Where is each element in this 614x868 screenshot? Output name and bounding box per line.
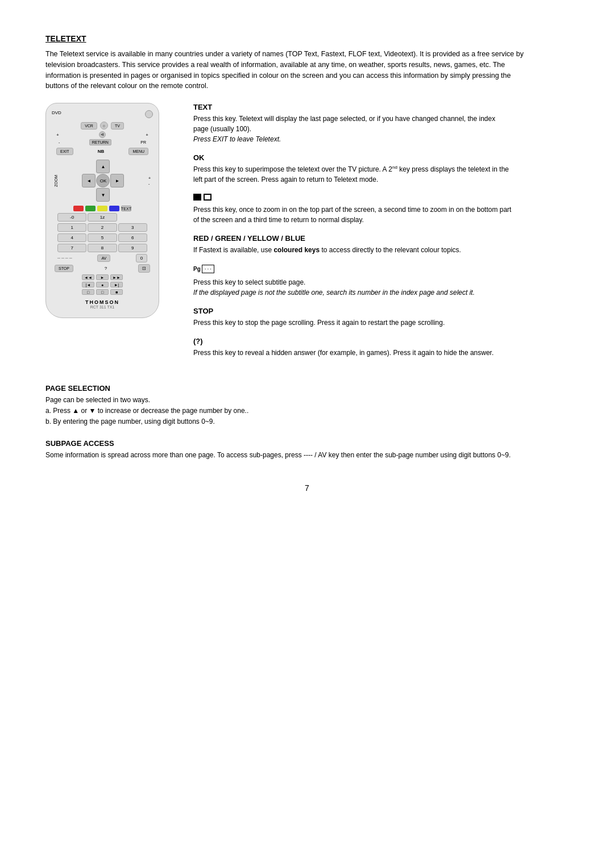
page-number: 7	[45, 483, 569, 493]
stop-section-body: Press this key to stop the page scrollin…	[193, 318, 512, 328]
colors-section-body: If Fastext is available, use coloured ke…	[193, 245, 512, 255]
subtitle-section-body: Press this key to select subtitle page. …	[193, 277, 512, 298]
digit-0[interactable]: 0	[136, 254, 147, 262]
next-button[interactable]: ►|	[110, 282, 123, 287]
ok-section-body: Press this key to superimpose the telete…	[193, 164, 512, 185]
nb-label: NB	[98, 149, 105, 154]
remote-illustration: DVD VCR ○ TV + ⊲ + - RETURN PR EXIT	[45, 103, 176, 367]
menu-button[interactable]: MENU	[128, 148, 148, 155]
prev-button[interactable]: |◄	[82, 282, 94, 287]
page-title: TELETEXT	[45, 34, 569, 43]
btn-c[interactable]: ■	[110, 289, 123, 295]
zoom-left-icon	[193, 194, 201, 201]
btn-a[interactable]: □	[82, 289, 94, 295]
nav-right[interactable]: ►	[110, 174, 124, 187]
stop-button[interactable]: STOP	[55, 265, 73, 272]
page-selection-line2: a. Press ▲ or ▼ to increase or decrease …	[45, 406, 569, 416]
fastfwd-button[interactable]: ►►	[110, 274, 123, 280]
page-selection-section: PAGE SELECTION Page can be selected in t…	[45, 384, 569, 428]
page-selection-line3: b. By entering the page number, using di…	[45, 416, 569, 427]
pr-label: PR	[140, 140, 146, 144]
zoom-section: Press this key, once to zoom in on the t…	[193, 194, 569, 225]
pg-icon: Pg	[193, 266, 201, 272]
text-section-title: TEXT	[193, 103, 569, 111]
zoom-section-title	[193, 194, 569, 202]
btn-b[interactable]: □	[96, 289, 109, 295]
zoom-right-icon	[204, 194, 211, 201]
blue-button[interactable]	[109, 206, 119, 211]
rewind-button[interactable]: ◄◄	[82, 274, 94, 280]
digit-8[interactable]: 8	[88, 244, 117, 252]
zoom-minus[interactable]: -	[148, 182, 151, 186]
subtitle-section: Pg ··· Press this key to select subtitle…	[193, 264, 569, 298]
subtitle-section-title: Pg ···	[193, 264, 569, 275]
question-section: (?) Press this key to reveal a hidden an…	[193, 337, 569, 358]
tv-button[interactable]: TV	[111, 122, 124, 130]
text-section-body: Press this key. Teletext will display th…	[193, 114, 512, 144]
digit-5[interactable]: 5	[88, 233, 117, 242]
green-button[interactable]	[85, 206, 96, 211]
rec-button[interactable]: ●	[96, 282, 109, 287]
digit-1[interactable]: 1	[57, 223, 86, 232]
colors-section-title: RED / GREEN / YELLOW / BLUE	[193, 234, 569, 243]
remote-model: RCT 311 TX1	[52, 305, 153, 309]
page-selection-title: PAGE SELECTION	[45, 384, 569, 393]
subtitle-dotted-box: ···	[202, 265, 214, 273]
return-button[interactable]: RETURN	[89, 139, 111, 145]
digit-1z[interactable]: 1z	[88, 213, 117, 222]
text-button[interactable]: TEXT	[121, 206, 131, 211]
stop-section-title: STOP	[193, 307, 569, 315]
subpage-access-title: SUBPAGE ACCESS	[45, 439, 569, 448]
nav-ok[interactable]: OK	[96, 174, 110, 187]
ok-section-title: OK	[193, 153, 569, 162]
subtitle-button[interactable]: ⊡	[138, 264, 150, 273]
av-button[interactable]: AV	[97, 254, 110, 262]
digit-neg[interactable]: -0	[57, 213, 86, 222]
power-icon	[145, 110, 153, 118]
question-section-title: (?)	[193, 337, 569, 345]
question-section-body: Press this key to reveal a hidden answer…	[193, 348, 512, 358]
digit-6[interactable]: 6	[118, 233, 147, 242]
nav-up[interactable]: ▲	[96, 160, 110, 173]
ok-section: OK Press this key to superimpose the tel…	[193, 153, 569, 185]
dvd-label: DVD	[52, 110, 61, 115]
colors-section: RED / GREEN / YELLOW / BLUE If Fastext i…	[193, 234, 569, 255]
exit-button[interactable]: EXIT	[56, 148, 73, 155]
remote-brand: THOMSON	[52, 299, 153, 305]
yellow-button[interactable]	[97, 206, 107, 211]
text-section: TEXT Press this key. Teletext will displ…	[193, 103, 569, 144]
nav-left[interactable]: ◄	[82, 174, 96, 187]
digit-7[interactable]: 7	[57, 244, 86, 252]
zoom-plus[interactable]: +	[148, 176, 151, 180]
zoom-label: ZOOM	[54, 175, 58, 187]
descriptions-panel: TEXT Press this key. Teletext will displ…	[193, 103, 569, 367]
nav-down[interactable]: ▼	[96, 188, 110, 202]
circle-button[interactable]: ○	[100, 122, 108, 130]
red-button[interactable]	[73, 206, 84, 211]
vcr-button[interactable]: VCR	[81, 122, 97, 130]
digit-3[interactable]: 3	[118, 223, 147, 232]
zoom-section-body: Press this key, once to zoom in on the t…	[193, 205, 512, 225]
page-selection-line1: Page can be selected in two ways.	[45, 395, 569, 406]
subpage-access-section: SUBPAGE ACCESS Some information is sprea…	[45, 439, 569, 461]
intro-paragraph: The Teletext service is available in man…	[45, 49, 534, 91]
question-button[interactable]: ?	[105, 266, 107, 271]
subpage-access-body: Some information is spread across more t…	[45, 450, 569, 461]
play-button[interactable]: ►	[96, 274, 109, 280]
digit-2[interactable]: 2	[88, 223, 117, 232]
digit-9[interactable]: 9	[118, 244, 147, 252]
digit-4[interactable]: 4	[57, 233, 86, 242]
stop-section: STOP Press this key to stop the page scr…	[193, 307, 569, 328]
